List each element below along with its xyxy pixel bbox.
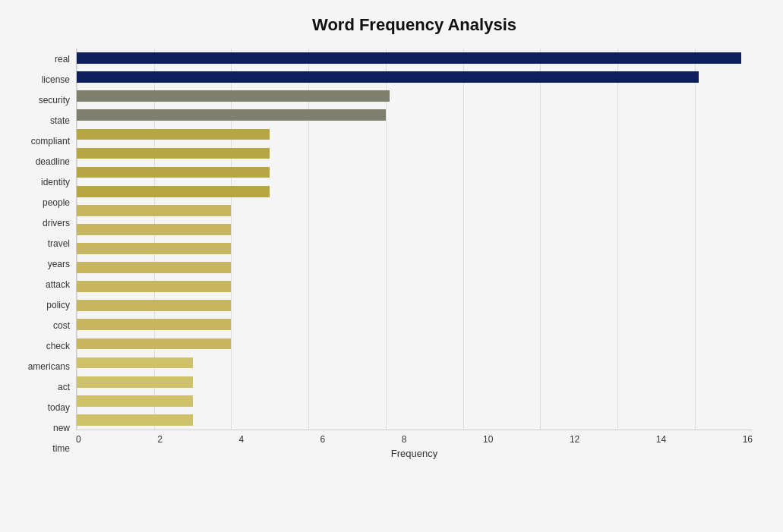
bar-item: [77, 182, 753, 201]
bars-and-x: 0246810121416 Frequency: [76, 49, 753, 459]
y-label: deadline: [36, 157, 70, 166]
y-label: people: [43, 198, 70, 207]
y-label: policy: [46, 301, 70, 310]
bar: [77, 395, 193, 407]
x-tick: 8: [402, 434, 407, 445]
y-label: license: [42, 75, 70, 84]
bar-item: [77, 105, 753, 124]
bar-item: [77, 296, 753, 315]
y-label: drivers: [43, 219, 70, 228]
bar-item: [77, 334, 753, 353]
y-label: cost: [53, 321, 70, 330]
x-tick: 2: [157, 434, 163, 445]
bar: [77, 243, 231, 254]
chart-title: Word Frequency Analysis: [15, 15, 753, 35]
y-label: travel: [48, 239, 70, 248]
bar-item: [77, 315, 753, 334]
bar-item: [77, 220, 753, 239]
bar-item: [77, 201, 753, 220]
bar: [77, 281, 231, 292]
y-label: act: [58, 382, 70, 392]
bars-wrapper: [77, 49, 753, 430]
bars-grid: [76, 49, 753, 430]
y-label: time: [52, 444, 70, 453]
x-tick: 0: [76, 434, 81, 445]
x-tick: 10: [483, 434, 493, 445]
bar-item: [77, 277, 753, 296]
bar-item: [77, 373, 753, 392]
y-label: identity: [41, 178, 70, 187]
bar: [77, 319, 231, 330]
y-label: years: [48, 260, 70, 269]
bar-item: [77, 411, 753, 430]
chart-container: Word Frequency Analysis reallicensesecur…: [0, 0, 783, 532]
bar: [77, 167, 270, 178]
y-label: check: [46, 342, 70, 351]
y-label: americans: [28, 362, 70, 371]
bar: [77, 414, 193, 426]
bar: [77, 52, 741, 64]
y-label: new: [53, 423, 70, 433]
bar-item: [77, 87, 753, 105]
bar: [77, 205, 231, 216]
bar: [77, 357, 193, 369]
bar: [77, 109, 386, 121]
bar-item: [77, 354, 753, 373]
y-label: state: [50, 116, 70, 125]
bar-item: [77, 68, 753, 87]
bar: [77, 186, 270, 197]
bar-item: [77, 124, 753, 143]
bar: [77, 71, 699, 83]
chart-area: reallicensesecuritystatecompliantdeadlin…: [15, 49, 753, 459]
bar-item: [77, 392, 753, 411]
bar: [77, 148, 270, 159]
bar-item: [77, 49, 753, 68]
x-tick: 4: [238, 434, 244, 445]
bar-item: [77, 163, 753, 182]
bar-item: [77, 143, 753, 162]
bar: [77, 376, 193, 388]
bar: [77, 338, 231, 350]
y-label: compliant: [31, 137, 70, 146]
bar: [77, 90, 390, 102]
y-label: security: [39, 96, 70, 105]
x-axis: 0246810121416: [76, 430, 753, 445]
y-label: real: [55, 55, 70, 64]
x-tick: 14: [656, 434, 666, 445]
y-label: attack: [46, 280, 70, 289]
bar-item: [77, 258, 753, 277]
y-label: today: [48, 403, 70, 412]
bar: [77, 262, 231, 273]
x-tick: 12: [570, 434, 579, 445]
x-axis-label: Frequency: [76, 448, 753, 459]
bar: [77, 224, 231, 235]
bar: [77, 300, 231, 311]
bar: [77, 129, 270, 140]
bar-item: [77, 239, 753, 258]
x-tick: 16: [743, 434, 753, 445]
x-tick: 6: [320, 434, 326, 445]
y-axis-labels: reallicensesecuritystatecompliantdeadlin…: [15, 49, 76, 459]
